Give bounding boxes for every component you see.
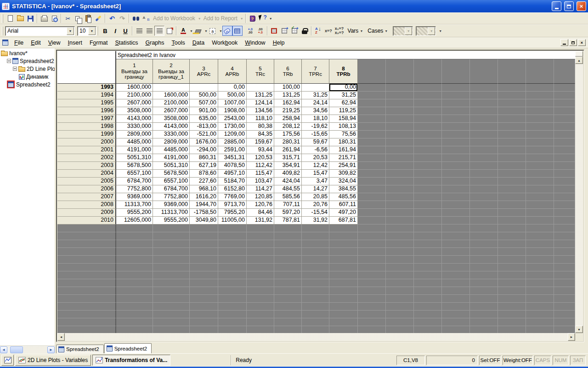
cell[interactable]: 175,56	[274, 131, 302, 138]
cell[interactable]: 108,13	[329, 123, 358, 131]
taskbar-button-transformations[interactable]: ? Transformations of Va...	[92, 355, 170, 366]
cell[interactable]: 5051,310	[116, 154, 153, 162]
cell[interactable]: 80,38	[247, 123, 274, 131]
menu-workbook[interactable]: Workbook	[208, 38, 241, 47]
cell[interactable]: 6784,700	[153, 185, 190, 193]
cell[interactable]: 31,25	[329, 92, 358, 99]
cell[interactable]: 324,04	[329, 178, 358, 185]
toolbar-options-button[interactable]: ▼	[439, 29, 442, 33]
cell[interactable]: 7955,20	[218, 209, 247, 217]
glossary-button[interactable]: ?	[248, 13, 258, 23]
cell[interactable]: 15,47	[302, 170, 329, 178]
row-header[interactable]: 1994	[57, 92, 116, 99]
cell[interactable]: 124,14	[247, 99, 274, 107]
cell[interactable]: 258,94	[274, 115, 302, 123]
column-header[interactable]: 5TRc	[247, 59, 274, 84]
horizontal-scrollbar[interactable]: ◄ ►	[57, 333, 575, 341]
copy-button[interactable]	[73, 13, 83, 23]
cell[interactable]: 120,85	[247, 193, 274, 201]
row-header[interactable]: 2001	[57, 146, 116, 154]
cell[interactable]: 1730,00	[218, 123, 247, 131]
cell[interactable]: 1944,70	[190, 201, 218, 209]
cell[interactable]: 707,11	[274, 201, 302, 209]
cell[interactable]	[153, 84, 190, 92]
cell[interactable]: 158,94	[329, 115, 358, 123]
row-header[interactable]: 2002	[57, 154, 116, 162]
mark-cells-button[interactable]	[269, 26, 279, 36]
cell[interactable]: 31,92	[302, 217, 329, 224]
cell[interactable]: 9369,000	[153, 201, 190, 209]
cell[interactable]: 3330,000	[116, 123, 153, 131]
menu-view[interactable]: View	[45, 38, 64, 47]
cell[interactable]: 4143,000	[116, 115, 153, 123]
row-header[interactable]: 1997	[57, 115, 116, 123]
recalculate-button[interactable]: x₁=?x₂=?	[334, 26, 345, 36]
whats-this-help-button[interactable]	[258, 13, 268, 23]
cell[interactable]: 9555,200	[116, 209, 153, 217]
row-header[interactable]: 2010	[57, 217, 116, 224]
cell[interactable]: 4485,000	[153, 146, 190, 154]
cell[interactable]: 409,82	[274, 170, 302, 178]
add-to-workbook-button[interactable]: Add to Workbook ▼	[151, 13, 202, 23]
cell[interactable]: 485,56	[329, 193, 358, 201]
column-header[interactable]: 8TPRb	[329, 59, 358, 84]
cell[interactable]: 309,82	[329, 170, 358, 178]
align-center-button[interactable]	[144, 26, 154, 36]
cell[interactable]: 93,44	[247, 146, 274, 154]
show-gridlines-button[interactable]	[232, 26, 243, 36]
cell[interactable]: 4191,000	[153, 154, 190, 162]
tree-item-2d-line-plots[interactable]: 2D Line Plots	[0, 65, 55, 73]
cell[interactable]: 497,20	[329, 209, 358, 217]
menu-window[interactable]: Window	[241, 38, 269, 47]
cell[interactable]: 5678,500	[153, 170, 190, 178]
cell[interactable]: 11313,700	[153, 209, 190, 217]
collapse-icon[interactable]	[7, 59, 11, 63]
column-header[interactable]: 2Выезды за границу_1	[153, 59, 190, 84]
cell[interactable]: 315,71	[274, 154, 302, 162]
cell[interactable]: 2809,000	[116, 131, 153, 138]
cell[interactable]: 134,56	[247, 107, 274, 115]
cell[interactable]: 0,00	[329, 84, 358, 92]
cell[interactable]: 0,00	[218, 84, 247, 92]
bold-button[interactable]: B	[100, 26, 110, 36]
cell[interactable]: 4078,50	[218, 162, 247, 170]
row-header[interactable]: 1999	[57, 131, 116, 138]
tree-item-ivanov-[interactable]: Ivanov*	[0, 49, 55, 57]
tab-spreadsheet2[interactable]: Spreadsheet2	[104, 343, 152, 353]
cell[interactable]: 5678,500	[116, 162, 153, 170]
sort-button[interactable]: AZ	[313, 26, 323, 36]
cell[interactable]: 860,31	[190, 154, 218, 162]
column-header[interactable]: 3APRc	[190, 59, 218, 84]
cell[interactable]	[190, 84, 218, 92]
cell[interactable]: 120,53	[247, 154, 274, 162]
mdi-close-button[interactable]: ×	[578, 39, 586, 46]
cell[interactable]: 14,27	[302, 185, 329, 193]
toolbar-grip[interactable]	[2, 27, 3, 35]
taskbar-button-2d-line-plots[interactable]: 2D Line Plots - Variables	[15, 355, 91, 366]
cell[interactable]: 787,81	[274, 217, 302, 224]
cell[interactable]: 118,10	[247, 115, 274, 123]
status-weight-toggle[interactable]: Weight:OFF	[503, 356, 533, 365]
cell[interactable]: 4191,000	[116, 146, 153, 154]
cell[interactable]: 208,12	[274, 123, 302, 131]
cell[interactable]: 5184,70	[218, 178, 247, 185]
column-header[interactable]: 7TPRc	[302, 59, 329, 84]
font-color-dropdown[interactable]: ▼	[190, 29, 193, 33]
menu-insert[interactable]: Insert	[64, 38, 86, 47]
cell[interactable]: 3451,31	[218, 154, 247, 162]
cell[interactable]: 119,25	[329, 107, 358, 115]
cell[interactable]: 500,00	[218, 92, 247, 99]
cell[interactable]: 2607,000	[153, 107, 190, 115]
cell[interactable]: 6557,100	[153, 178, 190, 185]
grid-corner-cell[interactable]	[57, 51, 116, 84]
cell[interactable]: 34,56	[302, 107, 329, 115]
cell[interactable]: 607,11	[329, 201, 358, 209]
row-header[interactable]: 2000	[57, 138, 116, 146]
cell[interactable]: 20,53	[302, 154, 329, 162]
cell[interactable]: 131,92	[247, 217, 274, 224]
toolbar-grip[interactable]	[2, 14, 3, 23]
cell[interactable]: 75,56	[329, 131, 358, 138]
cell[interactable]: 3508,000	[153, 115, 190, 123]
cell[interactable]: 12,42	[302, 162, 329, 170]
format-cells-button[interactable]	[164, 26, 175, 36]
